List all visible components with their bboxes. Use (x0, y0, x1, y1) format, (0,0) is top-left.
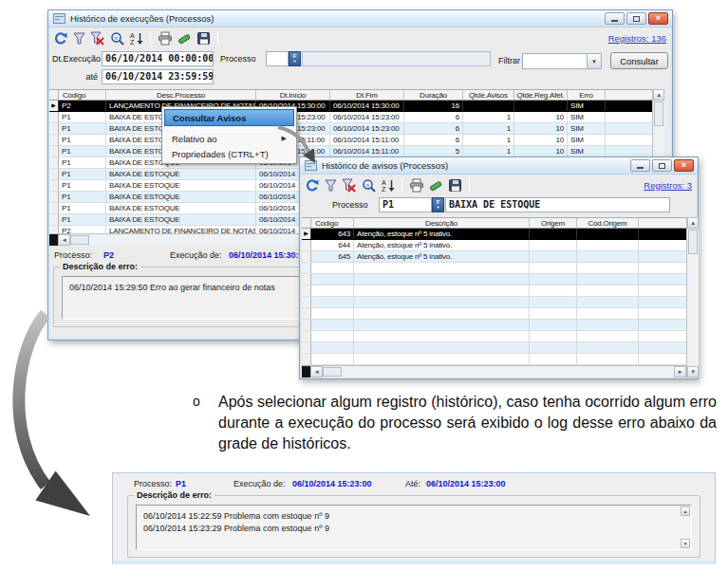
grid-cell[interactable] (530, 251, 577, 262)
grid-cell[interactable]: 644 (311, 240, 354, 250)
grid-cell[interactable] (354, 308, 530, 319)
grid-cell[interactable]: 10 (514, 112, 568, 122)
grid-cell[interactable]: P1 (59, 192, 106, 202)
grid-cell[interactable] (530, 331, 577, 341)
grid-cell[interactable]: P2 (59, 226, 106, 233)
grid-cell[interactable]: 643 (311, 229, 354, 239)
minimize-button[interactable] (630, 159, 650, 172)
col-header[interactable]: Descrição (354, 218, 530, 228)
filtrar-combo[interactable]: ▼ (522, 53, 602, 69)
grid-cell[interactable] (577, 240, 639, 250)
print-icon[interactable] (409, 177, 424, 193)
vertical-scrollbar[interactable]: ▲ ▼ (686, 217, 699, 378)
grid-cell[interactable]: BAIXA DE ESTOQUE (106, 169, 256, 179)
scrollbar-thumb[interactable] (688, 230, 698, 254)
processo-lookup-button[interactable]: F▼ (289, 51, 301, 66)
sort-icon[interactable]: AZ (380, 177, 395, 193)
maximize-button[interactable] (626, 12, 646, 25)
grid-row[interactable] (302, 286, 686, 297)
grid-cell[interactable] (311, 297, 354, 307)
scroll-right-icon[interactable]: ► (674, 366, 686, 378)
grid-cell[interactable] (577, 297, 639, 307)
registros-link[interactable]: Registros: 3 (644, 180, 692, 191)
col-header[interactable]: Qtde.Reg.Afet. (514, 90, 568, 100)
grid-cell[interactable] (463, 101, 514, 111)
grid-cell[interactable] (577, 320, 639, 330)
col-header[interactable]: Dt.Início (256, 90, 330, 100)
grid-row[interactable]: ▶643Atenção, estoque nº 5 inativo. (302, 229, 686, 240)
scroll-down-icon[interactable]: ▼ (687, 366, 699, 378)
scrollbar-thumb[interactable] (323, 367, 342, 377)
grid-cell[interactable]: 6 (404, 135, 463, 145)
grid-cell[interactable] (577, 354, 639, 364)
grid-cell[interactable]: 6 (404, 112, 463, 122)
col-header[interactable]: Erro (568, 90, 606, 100)
grid-cell[interactable]: 5 (404, 146, 463, 157)
titlebar[interactable]: Histórico de avisos (Processos) × (300, 157, 698, 175)
scrollbar-thumb[interactable] (654, 101, 663, 126)
refresh-icon[interactable] (52, 30, 67, 46)
grid-cell[interactable]: 6 (404, 123, 463, 134)
grid-cell[interactable] (354, 274, 530, 285)
grid-cell[interactable] (577, 331, 639, 341)
grid-cell[interactable]: 1 (463, 112, 514, 122)
processo-lookup-button[interactable]: F▼ (432, 197, 444, 212)
grid-cell[interactable]: SIM (568, 146, 606, 157)
grid-row[interactable] (302, 320, 686, 331)
scrollbar-thumb[interactable] (70, 235, 89, 245)
grid-cell[interactable]: P1 (59, 180, 106, 191)
grid-row[interactable]: 644Atenção, estoque nº 5 inativo. (302, 240, 686, 251)
grid-cell[interactable]: P2 (59, 101, 106, 111)
grid-cell[interactable]: BAIXA DE ESTOQUE (106, 180, 256, 191)
grid-cell[interactable]: SIM (568, 112, 606, 122)
grid-cell[interactable]: P1 (59, 203, 106, 213)
grid-cell[interactable]: 06/10/2014 15:23:00 (330, 112, 404, 122)
grid-cell[interactable]: BAIXA DE ESTOQUE (106, 214, 256, 225)
minimize-button[interactable] (605, 12, 625, 25)
grid-row[interactable]: P1BAIXA DE ESTOQUE06/10/2014 15:23:0006/… (49, 112, 652, 123)
col-header[interactable]: Cód.Origem (577, 218, 639, 228)
filter-icon[interactable] (323, 177, 338, 193)
grid-cell[interactable] (311, 286, 354, 296)
grid-cell[interactable]: 1 (463, 123, 514, 134)
zoom-icon[interactable]: n (361, 177, 376, 193)
grid-cell[interactable] (354, 354, 530, 364)
grid-cell[interactable] (577, 263, 639, 273)
grid-row[interactable]: ▶P2LANÇAMENTO DE FINANCEIRO DE NOTAS06/1… (49, 101, 652, 112)
grid-cell[interactable] (577, 342, 639, 353)
refresh-icon[interactable] (304, 177, 319, 193)
grid-cell[interactable]: P1 (59, 123, 106, 134)
grid-cell[interactable] (530, 274, 577, 285)
grid-cell[interactable]: 1 (463, 135, 514, 145)
grid-row[interactable] (302, 274, 686, 286)
scroll-up-icon[interactable]: ▲ (687, 217, 699, 229)
grid-row[interactable]: P1BAIXA DE ESTOQUE06/10/2014 15:23:0006/… (49, 123, 652, 135)
grid-cell[interactable]: 645 (311, 251, 354, 262)
grid-cell[interactable]: BAIXA DE ESTOQUE (106, 203, 256, 213)
scroll-up-icon[interactable]: ▲ (681, 507, 690, 516)
scroll-up-icon[interactable]: ▲ (653, 89, 664, 101)
consultar-button[interactable]: Consultar (610, 52, 668, 69)
col-header[interactable]: Origem (530, 218, 577, 228)
grid-cell[interactable] (354, 297, 530, 307)
grid-cell[interactable] (311, 263, 354, 273)
grid-cell[interactable]: 06/10/2014 15:30:00 (330, 101, 404, 111)
grid-cell[interactable]: P1 (59, 112, 106, 122)
sort-icon[interactable]: AZ (128, 30, 143, 46)
horizontal-scrollbar[interactable]: ◄ ► (302, 365, 686, 378)
col-header[interactable]: Duração (404, 90, 463, 100)
grid-cell[interactable]: P1 (59, 169, 106, 179)
menu-item-propriedades[interactable]: Propriedades (CTRL+T) (164, 146, 294, 161)
close-button[interactable]: × (674, 159, 694, 172)
grid-cell[interactable] (514, 101, 568, 111)
col-header[interactable]: Dt.Fim (330, 90, 404, 100)
dt-execucao-field[interactable]: 06/10/2014 00:00:00 (102, 51, 214, 66)
grid-cell[interactable]: Atenção, estoque nº 5 inativo. (354, 251, 530, 262)
processo-input[interactable] (266, 51, 289, 66)
grid-cell[interactable]: P1 (59, 146, 106, 157)
grid-cell[interactable] (530, 229, 577, 239)
grid-cell[interactable]: 06/10/2014 15:23:00 (330, 123, 404, 134)
grid-cell[interactable]: SIM (568, 123, 606, 134)
grid-cell[interactable] (354, 320, 530, 330)
grid-cell[interactable]: LANÇAMENTO DE FINANCEIRO DE NOTAS (106, 226, 256, 233)
